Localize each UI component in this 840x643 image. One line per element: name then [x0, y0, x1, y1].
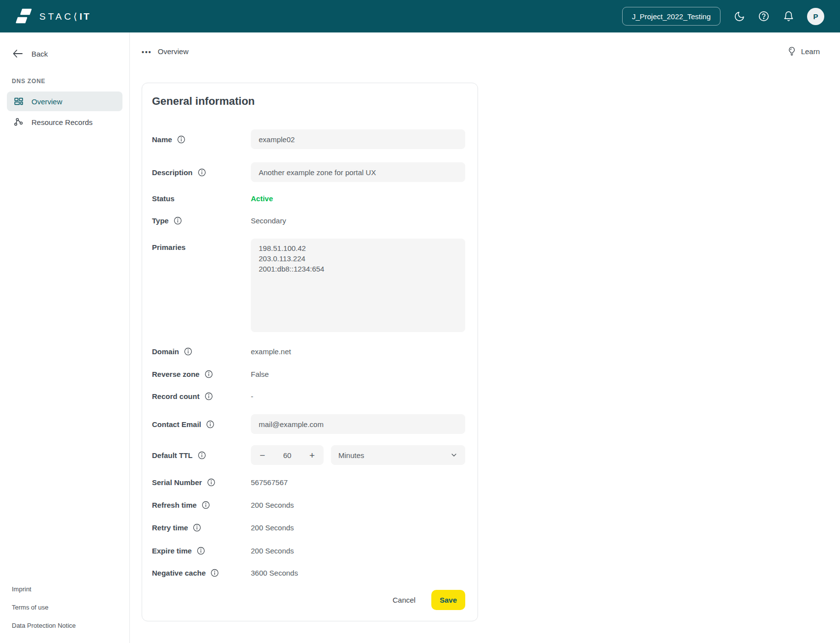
- contact-email-label: Contact Email: [152, 420, 201, 429]
- field-row-serial-number: Serial Number 567567567: [152, 476, 465, 488]
- info-icon[interactable]: [177, 135, 185, 144]
- info-icon[interactable]: [174, 216, 182, 225]
- record-count-label: Record count: [152, 392, 200, 400]
- back-button[interactable]: Back: [0, 47, 129, 60]
- imprint-link[interactable]: Imprint: [12, 585, 76, 593]
- primaries-textarea[interactable]: 198.51.100.42 203.0.113.224 2001:db8::12…: [251, 239, 465, 332]
- domain-label: Domain: [152, 347, 179, 356]
- nodes-icon: [13, 117, 24, 127]
- terms-of-use-link[interactable]: Terms of use: [12, 604, 76, 611]
- dashboard-icon: [13, 96, 24, 107]
- domain-value: example.net: [251, 347, 465, 356]
- help-icon[interactable]: [758, 10, 770, 22]
- field-row-domain: Domain example.net: [152, 345, 465, 357]
- negative-cache-label: Negative cache: [152, 569, 206, 577]
- card-title: General information: [152, 95, 465, 108]
- info-icon[interactable]: [198, 451, 206, 459]
- ttl-value[interactable]: 60: [283, 451, 292, 459]
- description-input[interactable]: [251, 162, 465, 182]
- record-count-value: -: [251, 392, 465, 400]
- sidebar-item-resource-records[interactable]: Resource Records: [7, 112, 122, 132]
- serial-number-label: Serial Number: [152, 478, 202, 487]
- reverse-zone-value: False: [251, 370, 465, 378]
- page: STAC⟨IT J_Project_2022_Testing: [0, 0, 840, 643]
- serial-number-value: 567567567: [251, 478, 465, 487]
- info-icon[interactable]: [205, 392, 213, 400]
- lightbulb-icon: [787, 46, 797, 56]
- sidebar-nav: Overview Resource Records: [7, 92, 122, 132]
- refresh-time-label: Refresh time: [152, 501, 197, 509]
- info-icon[interactable]: [202, 501, 210, 509]
- field-row-status: Status Active: [152, 192, 465, 204]
- field-row-primaries: Primaries 198.51.100.42 203.0.113.224 20…: [152, 239, 465, 334]
- sidebar-footer: Imprint Terms of use Data Protection Not…: [12, 585, 76, 629]
- chevron-down-icon: [450, 451, 458, 459]
- field-row-description: Description: [152, 162, 465, 182]
- field-row-type: Type Secondary: [152, 214, 465, 226]
- project-selector-button[interactable]: J_Project_2022_Testing: [622, 7, 720, 26]
- save-button[interactable]: Save: [431, 590, 465, 610]
- name-label: Name: [152, 135, 172, 144]
- notifications-bell-icon[interactable]: [782, 10, 794, 22]
- contact-email-input[interactable]: [251, 414, 465, 434]
- description-label: Description: [152, 168, 193, 177]
- dark-mode-moon-icon[interactable]: [733, 10, 745, 22]
- field-row-reverse-zone: Reverse zone False: [152, 368, 465, 380]
- ttl-decrement-button[interactable]: −: [258, 450, 267, 461]
- field-row-default-ttl: Default TTL − 60 + Minutes: [152, 445, 465, 465]
- ttl-increment-button[interactable]: +: [307, 450, 317, 461]
- field-row-negative-cache: Negative cache 3600 Seconds: [152, 567, 465, 579]
- retry-time-value: 200 Seconds: [251, 523, 465, 532]
- stackit-logo-icon: [15, 8, 32, 25]
- stackit-wordmark: STAC⟨IT: [39, 11, 91, 22]
- field-row-contact-email: Contact Email: [152, 414, 465, 434]
- ttl-stepper: − 60 +: [251, 445, 324, 465]
- stackit-logo[interactable]: STAC⟨IT: [15, 8, 91, 25]
- info-icon[interactable]: [205, 370, 213, 378]
- data-protection-link[interactable]: Data Protection Notice: [12, 622, 76, 629]
- app-header: STAC⟨IT J_Project_2022_Testing: [0, 0, 840, 32]
- sidebar-section-title: DNS ZONE: [0, 78, 129, 85]
- info-icon[interactable]: [207, 478, 215, 487]
- learn-button[interactable]: Learn: [787, 46, 820, 56]
- field-row-record-count: Record count -: [152, 390, 465, 402]
- info-icon[interactable]: [197, 547, 205, 555]
- info-icon[interactable]: [184, 347, 192, 356]
- primaries-label: Primaries: [152, 243, 185, 251]
- breadcrumb-current: Overview: [158, 47, 189, 56]
- info-icon[interactable]: [193, 523, 201, 532]
- header-actions: J_Project_2022_Testing P: [622, 7, 824, 26]
- retry-time-label: Retry time: [152, 523, 188, 532]
- negative-cache-value: 3600 Seconds: [251, 569, 465, 577]
- reverse-zone-label: Reverse zone: [152, 370, 200, 378]
- expire-time-value: 200 Seconds: [251, 547, 465, 555]
- info-icon[interactable]: [210, 569, 219, 577]
- cancel-button[interactable]: Cancel: [388, 592, 420, 608]
- sidebar-item-label: Resource Records: [31, 118, 92, 126]
- status-label: Status: [152, 194, 175, 203]
- general-information-card: General information Name Description: [142, 83, 478, 621]
- default-ttl-label: Default TTL: [152, 451, 193, 459]
- back-label: Back: [31, 50, 48, 58]
- sidebar-item-overview[interactable]: Overview: [7, 92, 122, 111]
- field-row-expire-time: Expire time 200 Seconds: [152, 545, 465, 556]
- ttl-unit-select[interactable]: Minutes: [331, 445, 465, 465]
- type-label: Type: [152, 216, 169, 225]
- sidebar-item-label: Overview: [31, 97, 62, 106]
- user-avatar[interactable]: P: [807, 8, 824, 25]
- status-badge: Active: [251, 194, 465, 203]
- field-row-retry-time: Retry time 200 Seconds: [152, 521, 465, 533]
- field-row-name: Name: [152, 129, 465, 149]
- name-input[interactable]: [251, 129, 465, 149]
- learn-label: Learn: [801, 47, 820, 56]
- page-topbar: ••• Overview Learn: [142, 44, 820, 58]
- ttl-unit-value: Minutes: [338, 451, 364, 459]
- main-content: ••• Overview Learn General information: [130, 32, 840, 643]
- breadcrumb-ellipsis[interactable]: •••: [142, 47, 152, 56]
- info-icon[interactable]: [198, 168, 206, 177]
- sidebar: Back DNS ZONE Overview: [0, 32, 130, 643]
- refresh-time-value: 200 Seconds: [251, 501, 465, 509]
- expire-time-label: Expire time: [152, 547, 192, 555]
- info-icon[interactable]: [206, 420, 214, 429]
- field-row-refresh-time: Refresh time 200 Seconds: [152, 499, 465, 511]
